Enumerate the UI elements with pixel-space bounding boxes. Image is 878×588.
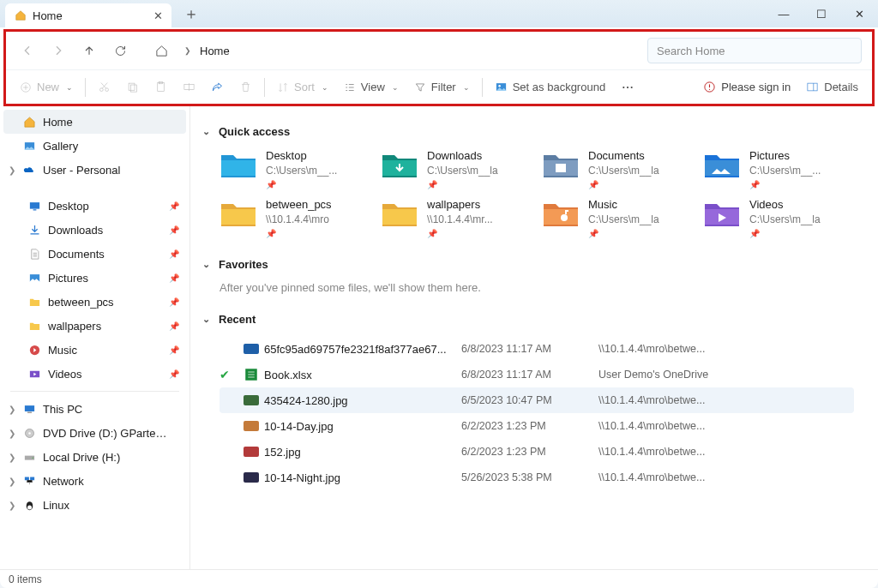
sidebar-item-user[interactable]: ❯User - Personal xyxy=(0,158,189,182)
sidebar-item-linux[interactable]: ❯Linux xyxy=(0,493,189,517)
minimize-button[interactable]: — xyxy=(765,0,803,27)
quick-item-path: C:\Users\m__la xyxy=(749,213,821,226)
network-icon xyxy=(22,474,36,488)
svg-rect-22 xyxy=(24,405,33,411)
chevron-right-icon[interactable]: ❯ xyxy=(9,501,15,510)
paste-button[interactable] xyxy=(147,75,174,100)
pin-icon: 📌 xyxy=(427,179,498,191)
folder-icon xyxy=(27,319,41,333)
svg-rect-23 xyxy=(27,411,32,412)
sidebar-item-wallpapers[interactable]: wallpapers📌 xyxy=(0,314,189,338)
maximize-button[interactable]: ☐ xyxy=(803,0,840,27)
tab-close-icon[interactable]: ✕ xyxy=(153,9,163,22)
filter-button[interactable]: Filter⌄ xyxy=(407,75,477,100)
chevron-down-icon: ⌄ xyxy=(202,314,210,325)
sidebar-item-pictures[interactable]: Pictures📌 xyxy=(0,266,189,290)
quick-access-item[interactable]: wallpapers\\10.1.4.4\mr...📌 xyxy=(381,197,535,239)
pin-icon: 📌 xyxy=(749,179,821,191)
svg-rect-18 xyxy=(33,209,36,210)
file-name: 152.jpg xyxy=(264,446,461,459)
sidebar-item-dvd[interactable]: ❯DVD Drive (D:) GParted-live xyxy=(0,421,189,445)
back-button[interactable] xyxy=(13,36,42,65)
sidebar-item-videos[interactable]: Videos📌 xyxy=(0,362,189,386)
file-thumb-icon xyxy=(244,421,264,431)
quick-access-item[interactable]: between_pcs\\10.1.4.4\mro📌 xyxy=(220,197,374,239)
breadcrumb[interactable]: ❯ Home xyxy=(177,45,646,57)
refresh-button[interactable] xyxy=(105,36,135,65)
quick-item-path: C:\Users\m__la xyxy=(588,213,659,226)
disc-icon xyxy=(22,426,36,440)
svg-point-11 xyxy=(627,86,628,87)
quick-access-item[interactable]: MusicC:\Users\m__la📌 xyxy=(542,197,696,239)
details-pane-button[interactable]: Details xyxy=(799,75,865,100)
sort-button[interactable]: Sort⌄ xyxy=(270,75,335,100)
forward-button[interactable] xyxy=(44,36,73,65)
section-recent[interactable]: ⌄Recent xyxy=(202,313,871,326)
file-thumb-icon xyxy=(244,395,264,405)
home-icon xyxy=(14,9,27,22)
recent-row[interactable]: 10-14-Day.jpg6/2/2023 1:23 PM\\10.1.4.4\… xyxy=(220,413,854,439)
quick-item-path: C:\Users\m__la xyxy=(427,164,498,177)
file-date: 6/2/2023 1:23 PM xyxy=(461,420,598,432)
chevron-right-icon[interactable]: ❯ xyxy=(9,453,15,462)
recent-row[interactable]: ✔Book.xlsx6/8/2023 11:17 AMUser Demo's O… xyxy=(220,362,854,387)
tab-home[interactable]: Home ✕ xyxy=(5,3,171,27)
sidebar-item-between[interactable]: between_pcs📌 xyxy=(0,290,189,314)
file-location: User Demo's OneDrive xyxy=(598,369,854,381)
downloads-icon xyxy=(27,223,41,237)
sidebar-item-desktop[interactable]: Desktop📌 xyxy=(0,194,189,218)
sidebar-item-home[interactable]: Home xyxy=(3,110,186,134)
recent-row[interactable]: 435424-1280.jpg6/5/2023 10:47 PM\\10.1.4… xyxy=(220,387,854,413)
file-location: \\10.1.4.4\mro\betwe... xyxy=(598,420,854,432)
quick-access-item[interactable]: PicturesC:\Users\m__...📌 xyxy=(703,148,857,190)
file-date: 6/5/2023 10:47 PM xyxy=(461,394,598,406)
location-home-icon[interactable] xyxy=(147,36,176,65)
sidebar-item-music[interactable]: Music📌 xyxy=(0,338,189,362)
recent-row[interactable]: 152.jpg6/2/2023 1:23 PM\\10.1.4.4\mro\be… xyxy=(220,439,854,465)
breadcrumb-segment[interactable]: Home xyxy=(200,45,230,57)
section-quick-access[interactable]: ⌄Quick access xyxy=(202,125,871,138)
sidebar-item-local[interactable]: ❯Local Drive (H:) xyxy=(0,445,189,469)
rename-button[interactable] xyxy=(176,75,202,100)
quick-access-item[interactable]: DownloadsC:\Users\m__la📌 xyxy=(381,148,535,190)
copy-button[interactable] xyxy=(119,75,146,100)
chevron-right-icon[interactable]: ❯ xyxy=(9,405,15,414)
quick-access-item[interactable]: DocumentsC:\Users\m__la📌 xyxy=(542,148,696,190)
close-button[interactable]: ✕ xyxy=(840,0,878,27)
new-button[interactable]: New⌄ xyxy=(13,75,80,100)
svg-point-14 xyxy=(709,89,710,90)
highlighted-region: ❯ Home Search Home New⌄ Sort⌄ View⌄ Filt… xyxy=(3,29,875,106)
sidebar-item-gallery[interactable]: Gallery xyxy=(0,134,189,158)
sidebar-item-documents[interactable]: Documents📌 xyxy=(0,242,189,266)
search-input[interactable]: Search Home xyxy=(647,38,862,63)
more-button[interactable] xyxy=(614,75,641,100)
cut-button[interactable] xyxy=(91,75,117,100)
chevron-down-icon: ⌄ xyxy=(202,259,210,270)
up-button[interactable] xyxy=(75,36,104,65)
pin-icon: 📌 xyxy=(588,228,659,240)
chevron-right-icon[interactable]: ❯ xyxy=(9,165,15,175)
share-button[interactable] xyxy=(204,75,231,100)
quick-access-item[interactable]: DesktopC:\Users\m__...📌 xyxy=(220,148,374,190)
file-name: 10-14-Night.jpg xyxy=(264,471,461,484)
quick-access-item[interactable]: VideosC:\Users\m__la📌 xyxy=(703,197,857,239)
sign-in-button[interactable]: Please sign in xyxy=(696,75,797,100)
chevron-right-icon[interactable]: ❯ xyxy=(9,477,15,486)
chevron-right-icon[interactable]: ❯ xyxy=(9,429,15,438)
new-tab-button[interactable]: ＋ xyxy=(183,3,199,24)
recent-row[interactable]: 65fc95ad69757fe2321f8af377ae67...6/8/202… xyxy=(220,336,854,362)
view-button[interactable]: View⌄ xyxy=(337,75,406,100)
file-name: Book.xlsx xyxy=(264,369,461,381)
svg-rect-28 xyxy=(24,477,28,480)
pin-icon: 📌 xyxy=(169,321,179,331)
pictures-icon xyxy=(27,271,41,285)
svg-point-9 xyxy=(498,85,501,87)
recent-row[interactable]: 10-14-Night.jpg5/26/2023 5:38 PM\\10.1.4… xyxy=(220,465,854,490)
set-background-button[interactable]: Set as background xyxy=(488,75,612,100)
section-favorites[interactable]: ⌄Favorites xyxy=(202,258,871,271)
sidebar-item-network[interactable]: ❯Network xyxy=(0,469,189,493)
sidebar-item-thispc[interactable]: ❯This PC xyxy=(0,397,189,421)
delete-button[interactable] xyxy=(232,75,259,100)
sync-ok-icon: ✔ xyxy=(220,368,230,381)
sidebar-item-downloads[interactable]: Downloads📌 xyxy=(0,218,189,242)
